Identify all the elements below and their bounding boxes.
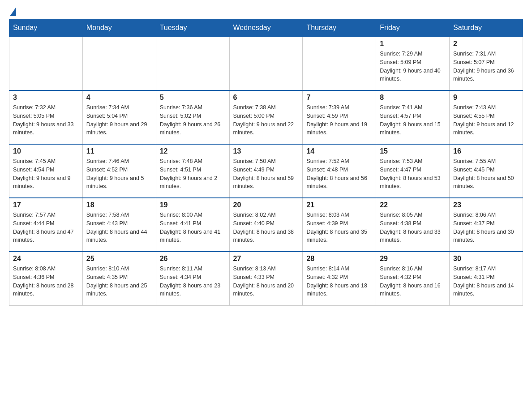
calendar-cell: 18Sunrise: 7:58 AMSunset: 4:43 PMDayligh… <box>82 198 156 252</box>
calendar-cell: 29Sunrise: 8:16 AMSunset: 4:32 PMDayligh… <box>376 252 450 305</box>
day-number: 11 <box>86 147 152 155</box>
day-number: 8 <box>380 94 446 102</box>
day-number: 12 <box>160 147 226 155</box>
day-info: Sunrise: 7:46 AMSunset: 4:52 PMDaylight:… <box>86 157 152 191</box>
weekday-header-row: SundayMondayTuesdayWednesdayThursdayFrid… <box>9 19 523 37</box>
calendar-week-2: 3Sunrise: 7:32 AMSunset: 5:05 PMDaylight… <box>9 90 523 144</box>
day-info: Sunrise: 7:50 AMSunset: 4:49 PMDaylight:… <box>233 157 299 191</box>
day-number: 20 <box>233 201 299 209</box>
day-number: 6 <box>233 94 299 102</box>
calendar-cell <box>9 37 83 90</box>
day-info: Sunrise: 7:57 AMSunset: 4:44 PMDaylight:… <box>13 211 79 244</box>
weekday-header-sunday: Sunday <box>9 19 83 37</box>
day-info: Sunrise: 7:43 AMSunset: 4:55 PMDaylight:… <box>453 103 519 137</box>
day-info: Sunrise: 7:41 AMSunset: 4:57 PMDaylight:… <box>380 103 446 137</box>
calendar-cell: 2Sunrise: 7:31 AMSunset: 5:07 PMDaylight… <box>450 37 523 90</box>
calendar-cell: 10Sunrise: 7:45 AMSunset: 4:54 PMDayligh… <box>9 144 83 198</box>
calendar-cell: 26Sunrise: 8:11 AMSunset: 4:34 PMDayligh… <box>156 252 229 305</box>
day-number: 16 <box>453 147 519 155</box>
day-info: Sunrise: 8:02 AMSunset: 4:40 PMDaylight:… <box>233 211 299 244</box>
calendar-table: SundayMondayTuesdayWednesdayThursdayFrid… <box>9 19 523 306</box>
day-info: Sunrise: 7:53 AMSunset: 4:47 PMDaylight:… <box>380 157 446 191</box>
day-info: Sunrise: 7:38 AMSunset: 5:00 PMDaylight:… <box>233 103 299 137</box>
calendar-cell: 14Sunrise: 7:52 AMSunset: 4:48 PMDayligh… <box>303 144 376 198</box>
day-info: Sunrise: 8:03 AMSunset: 4:39 PMDaylight:… <box>306 211 372 244</box>
calendar-cell: 15Sunrise: 7:53 AMSunset: 4:47 PMDayligh… <box>376 144 450 198</box>
calendar-cell: 8Sunrise: 7:41 AMSunset: 4:57 PMDaylight… <box>376 90 450 144</box>
day-number: 27 <box>233 255 299 263</box>
day-number: 24 <box>13 255 79 263</box>
day-number: 17 <box>13 201 79 209</box>
day-number: 19 <box>160 201 226 209</box>
day-number: 15 <box>380 147 446 155</box>
day-number: 23 <box>453 201 519 209</box>
day-info: Sunrise: 7:52 AMSunset: 4:48 PMDaylight:… <box>306 157 372 191</box>
day-info: Sunrise: 7:31 AMSunset: 5:07 PMDaylight:… <box>453 50 519 83</box>
calendar-week-1: 1Sunrise: 7:29 AMSunset: 5:09 PMDaylight… <box>9 37 523 90</box>
calendar-cell: 23Sunrise: 8:06 AMSunset: 4:37 PMDayligh… <box>450 198 523 252</box>
day-info: Sunrise: 7:58 AMSunset: 4:43 PMDaylight:… <box>86 211 152 244</box>
day-info: Sunrise: 8:13 AMSunset: 4:33 PMDaylight:… <box>233 265 299 298</box>
weekday-header-saturday: Saturday <box>450 19 523 37</box>
calendar-cell: 17Sunrise: 7:57 AMSunset: 4:44 PMDayligh… <box>9 198 83 252</box>
day-info: Sunrise: 8:17 AMSunset: 4:31 PMDaylight:… <box>453 265 519 298</box>
calendar-cell: 3Sunrise: 7:32 AMSunset: 5:05 PMDaylight… <box>9 90 83 144</box>
calendar-cell <box>82 37 156 90</box>
calendar-cell: 22Sunrise: 8:05 AMSunset: 4:38 PMDayligh… <box>376 198 450 252</box>
day-number: 2 <box>453 40 519 48</box>
day-number: 1 <box>380 40 446 48</box>
calendar-cell: 24Sunrise: 8:08 AMSunset: 4:36 PMDayligh… <box>9 252 83 305</box>
logo-triangle-icon <box>10 7 16 16</box>
calendar-cell: 11Sunrise: 7:46 AMSunset: 4:52 PMDayligh… <box>82 144 156 198</box>
day-number: 28 <box>306 255 372 263</box>
calendar-week-4: 17Sunrise: 7:57 AMSunset: 4:44 PMDayligh… <box>9 198 523 252</box>
calendar-cell: 5Sunrise: 7:36 AMSunset: 5:02 PMDaylight… <box>156 90 229 144</box>
day-info: Sunrise: 7:36 AMSunset: 5:02 PMDaylight:… <box>160 103 226 137</box>
calendar-cell: 6Sunrise: 7:38 AMSunset: 5:00 PMDaylight… <box>229 90 303 144</box>
day-info: Sunrise: 8:08 AMSunset: 4:36 PMDaylight:… <box>13 265 79 298</box>
day-info: Sunrise: 7:32 AMSunset: 5:05 PMDaylight:… <box>13 103 79 137</box>
day-number: 9 <box>453 94 519 102</box>
calendar-cell: 30Sunrise: 8:17 AMSunset: 4:31 PMDayligh… <box>450 252 523 305</box>
day-info: Sunrise: 7:39 AMSunset: 4:59 PMDaylight:… <box>306 103 372 137</box>
calendar-cell: 19Sunrise: 8:00 AMSunset: 4:41 PMDayligh… <box>156 198 229 252</box>
day-number: 13 <box>233 147 299 155</box>
day-info: Sunrise: 7:34 AMSunset: 5:04 PMDaylight:… <box>86 103 152 137</box>
day-info: Sunrise: 8:10 AMSunset: 4:35 PMDaylight:… <box>86 265 152 298</box>
weekday-header-tuesday: Tuesday <box>156 19 229 37</box>
calendar-cell: 9Sunrise: 7:43 AMSunset: 4:55 PMDaylight… <box>450 90 523 144</box>
day-info: Sunrise: 7:55 AMSunset: 4:45 PMDaylight:… <box>453 157 519 191</box>
day-number: 29 <box>380 255 446 263</box>
weekday-header-friday: Friday <box>376 19 450 37</box>
calendar-cell: 12Sunrise: 7:48 AMSunset: 4:51 PMDayligh… <box>156 144 229 198</box>
day-info: Sunrise: 8:11 AMSunset: 4:34 PMDaylight:… <box>160 265 226 298</box>
logo <box>9 9 16 14</box>
day-number: 7 <box>306 94 372 102</box>
day-number: 14 <box>306 147 372 155</box>
weekday-header-wednesday: Wednesday <box>229 19 303 37</box>
day-number: 26 <box>160 255 226 263</box>
day-info: Sunrise: 8:14 AMSunset: 4:32 PMDaylight:… <box>306 265 372 298</box>
day-number: 25 <box>86 255 152 263</box>
day-number: 3 <box>13 94 79 102</box>
calendar-cell: 1Sunrise: 7:29 AMSunset: 5:09 PMDaylight… <box>376 37 450 90</box>
page-header <box>9 9 523 14</box>
calendar-week-3: 10Sunrise: 7:45 AMSunset: 4:54 PMDayligh… <box>9 144 523 198</box>
day-info: Sunrise: 8:06 AMSunset: 4:37 PMDaylight:… <box>453 211 519 244</box>
weekday-header-thursday: Thursday <box>303 19 376 37</box>
calendar-cell <box>156 37 229 90</box>
day-info: Sunrise: 7:48 AMSunset: 4:51 PMDaylight:… <box>160 157 226 191</box>
day-number: 30 <box>453 255 519 263</box>
day-info: Sunrise: 8:16 AMSunset: 4:32 PMDaylight:… <box>380 265 446 298</box>
calendar-cell: 7Sunrise: 7:39 AMSunset: 4:59 PMDaylight… <box>303 90 376 144</box>
day-number: 5 <box>160 94 226 102</box>
calendar-cell: 27Sunrise: 8:13 AMSunset: 4:33 PMDayligh… <box>229 252 303 305</box>
calendar-cell: 21Sunrise: 8:03 AMSunset: 4:39 PMDayligh… <box>303 198 376 252</box>
calendar-cell: 4Sunrise: 7:34 AMSunset: 5:04 PMDaylight… <box>82 90 156 144</box>
day-info: Sunrise: 7:45 AMSunset: 4:54 PMDaylight:… <box>13 157 79 191</box>
calendar-cell: 28Sunrise: 8:14 AMSunset: 4:32 PMDayligh… <box>303 252 376 305</box>
calendar-cell <box>229 37 303 90</box>
day-number: 21 <box>306 201 372 209</box>
day-info: Sunrise: 8:00 AMSunset: 4:41 PMDaylight:… <box>160 211 226 244</box>
calendar-cell: 13Sunrise: 7:50 AMSunset: 4:49 PMDayligh… <box>229 144 303 198</box>
